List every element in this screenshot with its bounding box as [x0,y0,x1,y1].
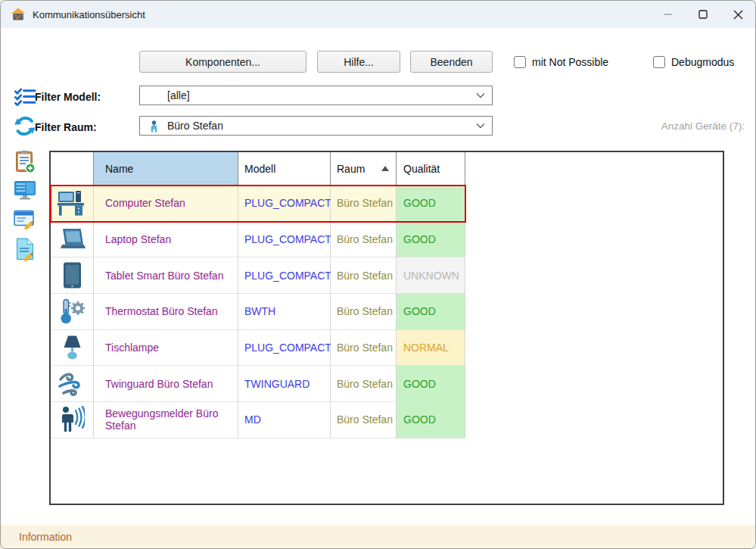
device-table: Name Modell Raum Qualität [49,151,724,505]
device-icon-cell [51,294,94,330]
table-row[interactable]: Thermostat Büro Stefan BWTH Büro Stefan … [51,294,465,330]
statusbar: Information [1,525,755,548]
modell-cell[interactable]: PLUG_COMPACT [238,186,331,222]
window-edit-icon[interactable] [13,207,37,231]
tablet-icon [61,261,83,290]
mit-not-possible-checkbox[interactable]: mit Not Possible [514,56,608,68]
name-cell[interactable]: Tischlampe [94,330,238,367]
modell-cell[interactable]: PLUG_COMPACT [238,222,331,258]
name-cell[interactable]: Thermostat Büro Stefan [94,294,238,330]
table-row[interactable]: Twinguard Büro Stefan TWINGUARD Büro Ste… [51,366,465,402]
chevron-down-icon [476,92,485,98]
modell-cell[interactable]: PLUG_COMPACT [238,330,331,367]
debugmodus-checkbox[interactable]: Debugmodus [653,56,734,68]
app-window: Kommunikationsübersicht Komponenten... H… [0,0,756,549]
device-icon-cell [51,222,94,258]
quality-cell[interactable]: GOOD [397,222,465,258]
header-qualitaet[interactable]: Qualität [397,152,465,186]
raum-cell[interactable]: Büro Stefan [331,222,397,258]
sort-ascending-icon [381,166,389,171]
table-row[interactable]: Bewegungsmelder Büro Stefan MD Büro Stef… [51,402,465,438]
checkbox-label: Debugmodus [671,56,734,68]
wind-icon [58,371,86,397]
name-cell[interactable]: Computer Stefan [94,186,238,222]
desktop-computer-icon [58,189,86,217]
device-icon-cell [51,257,94,294]
monitor-icon[interactable] [13,178,37,202]
minimize-icon [664,10,673,19]
lamp-icon [60,335,84,360]
raum-cell[interactable]: Büro Stefan [331,402,397,438]
beenden-button[interactable]: Beenden [410,51,493,73]
table-row[interactable]: Computer Stefan PLUG_COMPACT Büro Stefan… [51,186,465,222]
filter-modell-label: Filter Modell: [35,91,101,103]
device-icon-cell [51,186,94,222]
device-icon-cell [51,330,94,367]
person-icon [150,120,158,133]
header-raum-label: Raum [337,163,365,175]
thermostat-icon [58,298,86,324]
modell-cell[interactable]: BWTH [238,294,331,330]
document-edit-icon[interactable] [13,237,37,261]
name-cell[interactable]: Bewegungsmelder Büro Stefan [94,402,238,438]
device-count-label: Anzahl Geräte (7): [661,120,745,132]
close-icon [733,10,743,20]
quality-cell[interactable]: GOOD [397,186,465,222]
raum-cell[interactable]: Büro Stefan [331,294,397,330]
name-cell[interactable]: Tablet Smart Büro Stefan [94,257,238,294]
filter-modell-dropdown[interactable]: [alle] [139,86,493,105]
hilfe-button[interactable]: Hilfe... [317,51,400,73]
quality-cell[interactable]: NORMAL [397,330,465,367]
maximize-button[interactable] [686,1,720,28]
modell-cell[interactable]: MD [238,402,331,438]
filter-modell-value: [alle] [167,89,190,101]
device-icon-cell [51,366,94,402]
device-icon-cell [51,402,94,438]
quality-cell[interactable]: GOOD [397,402,465,438]
close-button[interactable] [720,1,755,28]
checkbox-icon [514,56,526,68]
table-row[interactable]: Laptop Stefan PLUG_COMPACT Büro Stefan G… [51,222,465,258]
table-row[interactable]: Tischlampe PLUG_COMPACT Büro Stefan NORM… [51,330,465,367]
table-row[interactable]: Tablet Smart Büro Stefan PLUG_COMPACT Bü… [51,257,465,294]
checkbox-icon [653,56,665,68]
raum-cell[interactable]: Büro Stefan [331,257,397,294]
filter-raum-value: Büro Stefan [167,120,223,132]
header-icon-column[interactable] [51,152,94,186]
quality-cell[interactable]: GOOD [397,366,465,402]
filter-raum-dropdown[interactable]: Büro Stefan [139,116,493,136]
modell-cell[interactable]: PLUG_COMPACT [238,257,331,294]
motion-detector-icon [59,406,85,433]
name-cell[interactable]: Laptop Stefan [94,222,238,258]
laptop-icon [58,227,86,251]
checklist-icon[interactable] [13,84,37,108]
komponenten-button[interactable]: Komponenten... [139,51,306,73]
raum-cell[interactable]: Büro Stefan [331,366,397,402]
quality-cell[interactable]: UNKNOWN [397,257,465,294]
refresh-icon[interactable] [13,114,37,138]
maximize-icon [698,10,708,19]
clipboard-add-icon[interactable] [13,149,37,173]
modell-cell[interactable]: TWINGUARD [238,366,331,402]
raum-cell[interactable]: Büro Stefan [331,330,397,367]
smart-home-app-icon [11,8,26,21]
chevron-down-icon [476,123,485,129]
quality-cell[interactable]: GOOD [397,294,465,330]
titlebar: Kommunikationsübersicht [1,1,755,28]
table-header-row: Name Modell Raum Qualität [51,152,465,186]
filter-raum-label: Filter Raum: [35,121,97,133]
header-name[interactable]: Name [94,152,238,186]
header-modell[interactable]: Modell [238,152,331,186]
statusbar-text: Information [19,531,72,543]
window-title: Kommunikationsübersicht [33,9,145,20]
name-cell[interactable]: Twinguard Büro Stefan [94,366,238,402]
header-raum[interactable]: Raum [331,152,397,186]
checkbox-label: mit Not Possible [532,56,608,68]
minimize-button[interactable] [651,1,686,28]
raum-cell[interactable]: Büro Stefan [331,186,397,222]
